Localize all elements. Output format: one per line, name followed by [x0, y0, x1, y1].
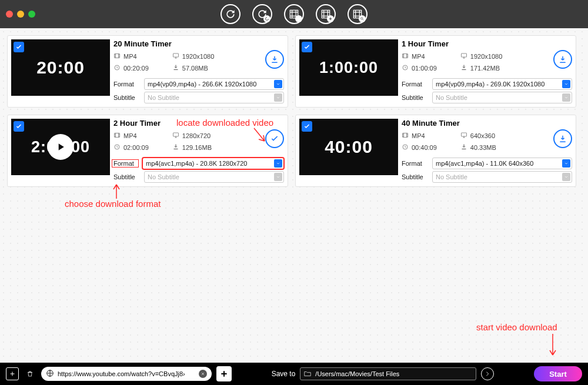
zoom-window[interactable] — [28, 11, 35, 18]
format-select[interactable]: mp4(vp09,mp4a) - 269.0K 1920x1080 — [432, 78, 572, 90]
resolution-value: 1920x1080 — [182, 53, 214, 60]
subtitle-label: Subtitle — [402, 173, 429, 180]
video-card: 2:00:00 2 Hour Timer MP4 02:00:09 1280x7… — [7, 115, 288, 187]
select-checkbox[interactable] — [302, 121, 312, 132]
dropdown-arrow-icon — [274, 93, 282, 102]
toolbar — [220, 4, 368, 24]
titlebar — [0, 0, 588, 28]
subtitle-select[interactable]: No Subtitle — [432, 171, 572, 183]
codec-value: MP4 — [123, 53, 137, 60]
subtitle-label: Subtitle — [402, 94, 429, 101]
format-label: Format — [113, 81, 141, 88]
url-text: https://www.youtube.com/watch?v=CBvqJj8› — [58, 370, 195, 377]
close-window[interactable] — [6, 11, 13, 18]
format-value: mp4(vp09,mp4a) - 266.6K 1920x1080 — [148, 81, 256, 88]
svg-rect-7 — [115, 133, 120, 138]
thumbnail-text: 1:00:00 — [319, 59, 378, 77]
film-icon — [113, 52, 121, 61]
format-select[interactable]: mp4(avc1,mp4a) - 11.0K 640x360 — [432, 158, 572, 169]
film-search-icon[interactable] — [348, 4, 368, 24]
film-icon — [402, 52, 409, 61]
dropdown-arrow-icon — [562, 93, 570, 102]
saveto-path-field[interactable]: /Users/mac/Movies/Test Files — [300, 367, 476, 380]
duration-value: 01:00:09 — [412, 65, 437, 72]
saveto-path-text: /Users/mac/Movies/Test Files — [315, 370, 399, 377]
subtitle-select[interactable]: No Subtitle — [144, 92, 284, 103]
open-folder-button[interactable] — [481, 367, 494, 380]
bottom-bar: https://www.youtube.com/watch?v=CBvqJj8›… — [0, 363, 588, 385]
format-value: mp4(avc1,mp4a) - 11.0K 640x360 — [436, 160, 533, 167]
clock-icon — [113, 143, 121, 152]
video-thumbnail[interactable]: 20:00 — [11, 39, 110, 96]
download-icon — [172, 64, 179, 72]
select-checkbox[interactable] — [302, 42, 312, 52]
dropdown-arrow-icon — [274, 159, 282, 168]
download-button[interactable] — [265, 50, 284, 69]
subtitle-select[interactable]: No Subtitle — [432, 92, 572, 103]
video-thumbnail[interactable]: 40:00 — [299, 119, 398, 175]
svg-rect-10 — [403, 133, 408, 138]
clear-url-icon[interactable] — [199, 370, 207, 378]
submit-url-button[interactable] — [216, 366, 232, 381]
add-task-icon[interactable] — [6, 367, 19, 380]
window-controls — [6, 11, 35, 18]
folder-icon — [303, 370, 312, 378]
download-icon — [460, 143, 467, 152]
url-input[interactable]: https://www.youtube.com/watch?v=CBvqJj8› — [41, 367, 212, 381]
annotation-start: start video download — [476, 322, 557, 332]
size-value: 129.16MB — [182, 145, 212, 151]
format-select[interactable]: mp4(avc1,mp4a) - 20.8K 1280x720 — [142, 158, 284, 169]
dropdown-arrow-icon — [562, 173, 570, 181]
format-label: Format — [112, 159, 139, 168]
dropdown-arrow-icon — [274, 173, 282, 181]
refresh-alt-icon[interactable] — [252, 4, 272, 24]
dropdown-arrow-icon — [562, 159, 570, 168]
minimize-window[interactable] — [17, 11, 24, 18]
download-button[interactable] — [553, 50, 572, 69]
select-checkbox[interactable] — [14, 42, 24, 52]
thumbnail-text: 20:00 — [36, 58, 85, 78]
video-thumbnail[interactable]: 2:00:00 — [11, 119, 110, 175]
size-value: 40.33MB — [470, 145, 496, 151]
resolution-value: 1280x720 — [182, 133, 211, 139]
clock-icon — [113, 64, 121, 72]
start-button[interactable]: Start — [534, 366, 582, 381]
subtitle-value: No Subtitle — [148, 173, 179, 180]
format-label: Format — [402, 160, 429, 167]
monitor-icon — [460, 52, 467, 61]
video-card: 40:00 40 Minute Timer MP4 00:40:09 640x3… — [295, 115, 576, 187]
saveto-label: Save to — [272, 370, 296, 378]
film-download-icon[interactable] — [284, 4, 304, 24]
subtitle-value: No Subtitle — [436, 94, 467, 101]
play-icon[interactable] — [48, 134, 74, 160]
format-value: mp4(vp09,mp4a) - 269.0K 1920x1080 — [436, 81, 544, 88]
start-button-label: Start — [549, 370, 567, 379]
locate-file-button[interactable] — [265, 129, 284, 148]
download-icon — [460, 64, 467, 72]
format-value: mp4(avc1,mp4a) - 20.8K 1280x720 — [146, 160, 247, 167]
download-button[interactable] — [553, 129, 572, 148]
dropdown-arrow-icon — [274, 80, 282, 88]
resolution-value: 640x360 — [470, 133, 495, 139]
svg-point-0 — [361, 18, 363, 19]
video-title: 1 Hour Timer — [402, 39, 572, 48]
svg-rect-3 — [173, 53, 178, 57]
trash-icon[interactable] — [24, 367, 36, 380]
subtitle-select[interactable]: No Subtitle — [144, 171, 284, 183]
subtitle-value: No Subtitle — [148, 94, 179, 101]
svg-rect-12 — [461, 133, 466, 136]
codec-value: MP4 — [412, 53, 425, 60]
select-checkbox[interactable] — [14, 121, 24, 132]
size-value: 171.42MB — [470, 65, 500, 72]
format-select[interactable]: mp4(vp09,mp4a) - 266.6K 1920x1080 — [144, 78, 284, 90]
globe-icon — [46, 369, 54, 379]
codec-value: MP4 — [123, 133, 137, 139]
clock-icon — [402, 143, 409, 152]
thumbnail-text: 40:00 — [325, 137, 373, 157]
video-thumbnail[interactable]: 1:00:00 — [299, 39, 398, 96]
refresh-icon[interactable] — [220, 4, 240, 24]
duration-value: 02:00:09 — [123, 145, 149, 151]
codec-value: MP4 — [412, 133, 425, 139]
video-title: 20 Minute Timer — [113, 39, 284, 48]
film-add-icon[interactable] — [316, 4, 336, 24]
